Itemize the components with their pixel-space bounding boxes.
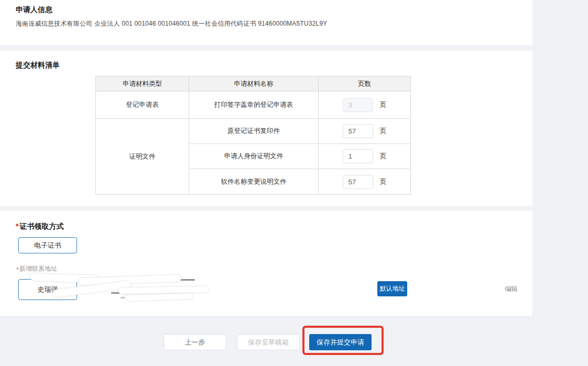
certificate-section-title: *证书领取方式 [16, 222, 63, 231]
table-row: 登记申请表 打印签字盖章的登记申请表 页 [96, 92, 411, 119]
materials-table-header-row: 申请材料类型 申请材料名称 页数 [96, 76, 411, 92]
material-name-cell: 软件名称变更说明文件 [189, 169, 319, 195]
add-contact-address-link[interactable]: +新增联系地址 [16, 264, 57, 273]
table-row: 证明文件 原登记证书复印件 页 [96, 119, 411, 144]
save-and-submit-button[interactable]: 保存并提交申请 [309, 334, 372, 350]
material-name-cell: 打印签字盖章的登记申请表 [189, 92, 319, 119]
header-material-type: 申请材料类型 [96, 76, 189, 92]
materials-table: 申请材料类型 申请材料名称 页数 登记申请表 打印签字盖章的登记申请表 页 证明… [95, 76, 411, 195]
pages-input-identity-document[interactable] [343, 149, 373, 163]
material-pages-cell: 页 [319, 169, 411, 195]
pages-input-original-certificate-copy[interactable] [343, 124, 373, 138]
materials-section-title: 提交材料清单 [16, 61, 60, 70]
pages-unit-label: 页 [380, 127, 387, 136]
pages-unit-label: 页 [380, 101, 387, 109]
certificate-section-title-text: 证书领取方式 [19, 222, 63, 230]
material-name-cell: 原登记证书复印件 [189, 119, 319, 144]
save-to-draft-button[interactable]: 保存至草稿箱 [237, 334, 300, 350]
material-pages-cell: 页 [319, 119, 411, 144]
material-pages-cell: 页 [319, 92, 411, 119]
certificate-panel: *证书领取方式 电子证书 +新增联系地址 史瑞强 默认地址 编辑 [0, 210, 532, 316]
electronic-certificate-option-button[interactable]: 电子证书 [18, 237, 77, 253]
default-address-badge[interactable]: 默认地址 [377, 281, 407, 296]
applicant-section-title: 申请人信息 [16, 5, 52, 15]
pages-input-name-change-statement[interactable] [343, 175, 373, 189]
material-pages-cell: 页 [319, 144, 411, 169]
pages-unit-label: 页 [380, 152, 387, 161]
applicant-panel: 申请人信息 海南连威信息技术有限公司 企业法人 001 001046 00104… [0, 0, 532, 45]
applicant-info-text: 海南连威信息技术有限公司 企业法人 001 001046 001046001 统… [16, 19, 328, 28]
required-asterisk: * [16, 222, 18, 230]
material-name-cell: 申请人身份证明文件 [189, 144, 319, 169]
header-material-name: 申请材料名称 [189, 76, 319, 92]
material-type-cell: 登记申请表 [96, 92, 189, 119]
pages-unit-label: 页 [380, 178, 387, 186]
previous-step-button[interactable]: 上一步 [164, 334, 226, 350]
header-page-count: 页数 [319, 76, 411, 92]
materials-panel: 提交材料清单 申请材料类型 申请材料名称 页数 登记申请表 打印签字盖章的登记申… [0, 51, 532, 206]
edit-address-link[interactable]: 编辑 [505, 285, 518, 294]
pages-input-registration-form[interactable] [343, 98, 373, 112]
material-type-cell: 证明文件 [96, 119, 189, 195]
